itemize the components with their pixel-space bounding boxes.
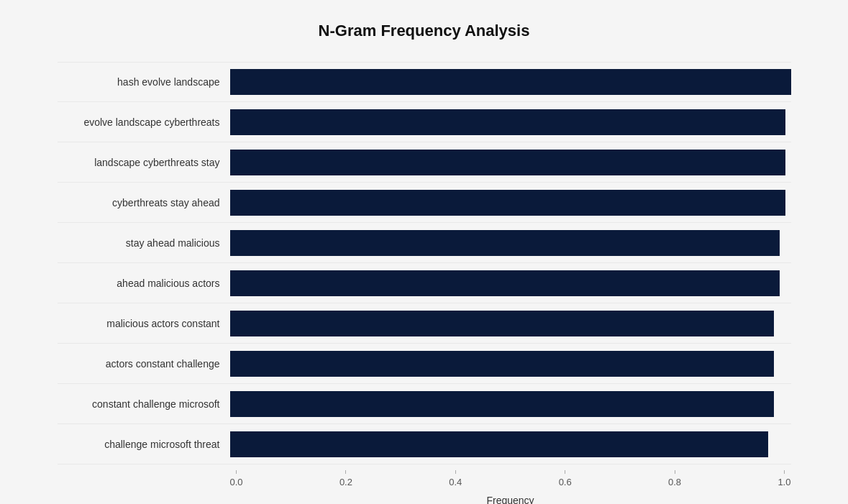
x-tick-line: [455, 470, 456, 474]
x-tick-line: [565, 470, 565, 474]
x-tick-label: 0.8: [668, 477, 681, 487]
bar-fill: [230, 311, 775, 336]
x-tick-line: [784, 470, 785, 474]
bar-fill: [230, 351, 775, 377]
bar-row: evolve landscape cyberthreats: [58, 102, 791, 142]
bar-row: challenge microsoft threat: [58, 424, 791, 464]
bar-track: [230, 150, 791, 175]
bar-fill: [230, 190, 785, 216]
x-ticks: 0.00.20.40.60.81.0: [230, 470, 791, 487]
bar-label: cyberthreats stay ahead: [58, 197, 230, 209]
bar-row: ahead malicious actors: [58, 263, 791, 303]
x-tick-label: 0.4: [449, 477, 462, 487]
x-tick: 0.4: [449, 470, 462, 487]
bar-fill: [230, 391, 775, 417]
bar-track: [230, 431, 791, 457]
bar-row: malicious actors constant: [58, 303, 791, 344]
bar-track: [230, 109, 791, 135]
x-tick: 1.0: [778, 470, 790, 487]
bar-row: cyberthreats stay ahead: [58, 183, 791, 223]
bar-row: actors constant challenge: [58, 344, 791, 384]
x-tick: 0.2: [339, 470, 352, 487]
x-axis: 0.00.20.40.60.81.0: [230, 470, 791, 487]
x-tick-label: 0.6: [559, 477, 572, 487]
x-tick: 0.8: [668, 470, 681, 487]
bar-track: [230, 351, 791, 377]
bar-row: landscape cyberthreats stay: [58, 142, 791, 183]
x-tick-label: 0.2: [339, 477, 352, 487]
bar-label: stay ahead malicious: [58, 237, 230, 249]
bar-row: hash evolve landscape: [58, 62, 791, 102]
bar-label: malicious actors constant: [58, 318, 230, 329]
x-tick-label: 0.0: [230, 477, 243, 487]
x-tick-line: [236, 470, 237, 474]
bar-track: [230, 230, 791, 256]
bar-label: challenge microsoft threat: [58, 439, 230, 450]
bar-fill: [230, 270, 780, 296]
bar-label: constant challenge microsoft: [58, 398, 230, 410]
bar-track: [230, 391, 791, 417]
chart-area: hash evolve landscapeevolve landscape cy…: [58, 62, 791, 464]
x-tick-line: [345, 470, 346, 474]
x-tick-label: 1.0: [778, 477, 790, 487]
bar-track: [230, 311, 791, 336]
bar-row: stay ahead malicious: [58, 223, 791, 263]
x-tick: 0.6: [559, 470, 572, 487]
bar-fill: [230, 69, 791, 95]
bar-label: evolve landscape cyberthreats: [58, 116, 230, 128]
x-axis-label: Frequency: [230, 495, 791, 504]
chart-title: N-Gram Frequency Analysis: [58, 22, 791, 40]
x-tick: 0.0: [230, 470, 243, 487]
bar-fill: [230, 109, 785, 135]
bar-fill: [230, 230, 780, 256]
bar-fill: [230, 150, 785, 175]
bar-track: [230, 190, 791, 216]
bar-label: actors constant challenge: [58, 358, 230, 370]
bar-row: constant challenge microsoft: [58, 384, 791, 424]
bar-fill: [230, 431, 769, 457]
chart-container: N-Gram Frequency Analysis hash evolve la…: [29, 0, 820, 504]
bar-track: [230, 69, 791, 95]
bar-track: [230, 270, 791, 296]
bar-label: hash evolve landscape: [58, 76, 230, 88]
bar-label: landscape cyberthreats stay: [58, 157, 230, 168]
bar-label: ahead malicious actors: [58, 278, 230, 289]
x-tick-line: [675, 470, 675, 474]
